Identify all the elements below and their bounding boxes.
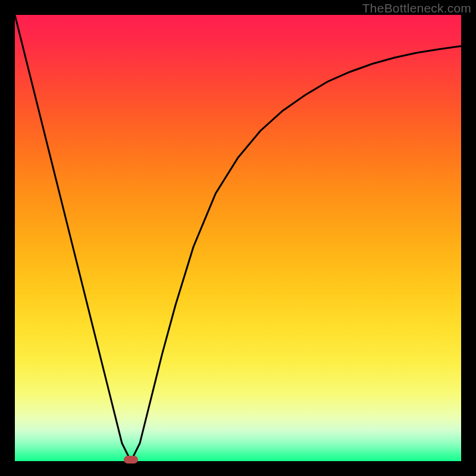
watermark-text: TheBottleneck.com <box>362 1 471 15</box>
curve-line <box>15 15 461 461</box>
bottleneck-curve <box>15 15 461 461</box>
minimum-marker <box>124 456 138 464</box>
chart-container: TheBottleneck.com <box>0 0 476 476</box>
